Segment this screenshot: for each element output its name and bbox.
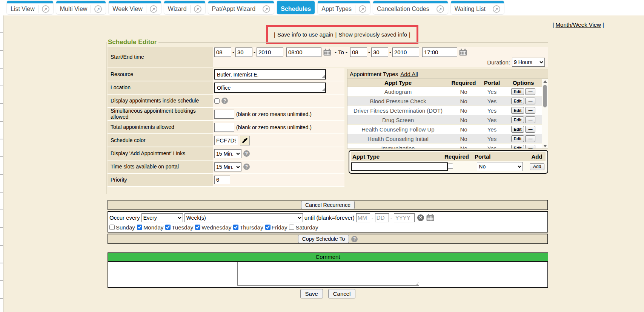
- copy-schedule-bar: Copy Schedule To ?: [108, 234, 548, 244]
- until-calendar-button[interactable]: [426, 214, 435, 221]
- new-appt-required-checkbox[interactable]: [448, 164, 453, 169]
- tab-waiting-list[interactable]: Waiting List ↗: [451, 1, 504, 14]
- cancel-recurrence-button[interactable]: Cancel Recurrence: [301, 201, 355, 209]
- tab-schedules[interactable]: Schedules ↗: [277, 1, 315, 14]
- tab-external-icon[interactable]: ↗: [194, 5, 201, 13]
- day-label: Thursday: [240, 224, 263, 231]
- add-appt-links-select[interactable]: 15 Min.: [214, 149, 241, 158]
- scrollbar-thumb[interactable]: [543, 85, 547, 107]
- col-appt-type: Appt Type: [347, 80, 449, 86]
- tab-list-view[interactable]: List View ↗: [7, 1, 53, 14]
- add-appt-type-button[interactable]: Add: [530, 163, 544, 170]
- tab-appt-types[interactable]: Appt Types ↗: [318, 1, 370, 14]
- tab-week-view[interactable]: Week View ↗: [109, 1, 161, 14]
- tab-external-icon[interactable]: ↗: [263, 5, 270, 13]
- save-info-link[interactable]: Save info to use again: [277, 31, 333, 38]
- edit-button[interactable]: Edit: [511, 116, 524, 123]
- start-month-input[interactable]: [214, 47, 231, 57]
- tab-label: Cancellation Codes: [377, 6, 429, 12]
- start-calendar-button[interactable]: [323, 49, 332, 56]
- start-year-input[interactable]: [257, 47, 283, 57]
- priority-label: Priority: [108, 174, 213, 186]
- remove-button[interactable]: —: [525, 135, 535, 142]
- tab-external-icon[interactable]: ↗: [94, 5, 102, 13]
- save-button[interactable]: Save: [300, 289, 323, 298]
- end-time-input[interactable]: [422, 47, 457, 57]
- month-week-view-link[interactable]: Month/Week View: [556, 21, 601, 28]
- edit-button[interactable]: Edit: [511, 107, 524, 114]
- tab-divider: [190, 5, 191, 13]
- highlight-box: | Save info to use again | Show previous…: [266, 25, 418, 44]
- priority-input[interactable]: [214, 176, 230, 184]
- weekday-checkbox[interactable]: [137, 225, 142, 230]
- comment-textarea[interactable]: [237, 262, 419, 286]
- tab-pat-appt-wizard[interactable]: Pat/Appt Wizard ↗: [208, 1, 274, 14]
- weekday-checkbox[interactable]: [289, 225, 294, 230]
- tab-external-icon[interactable]: ↗: [437, 5, 444, 13]
- help-icon[interactable]: ?: [351, 236, 358, 242]
- end-calendar-button[interactable]: [458, 49, 468, 56]
- clear-date-icon[interactable]: ✕: [417, 214, 424, 221]
- tab-external-icon[interactable]: ↗: [493, 5, 500, 13]
- end-month-input[interactable]: [350, 47, 367, 57]
- end-year-input[interactable]: [392, 47, 419, 57]
- remove-button[interactable]: —: [525, 98, 535, 104]
- tab-label: Multi View: [60, 6, 88, 12]
- remove-button[interactable]: —: [525, 126, 535, 133]
- tab-multi-view[interactable]: Multi View ↗: [56, 1, 106, 14]
- end-day-input[interactable]: [371, 47, 388, 57]
- weekday-checkbox[interactable]: [109, 225, 115, 230]
- duration-select[interactable]: 9 Hours: [512, 58, 545, 67]
- help-icon[interactable]: ?: [221, 98, 228, 104]
- appt-scrollbar[interactable]: [542, 79, 548, 148]
- new-appt-type-input[interactable]: [351, 162, 448, 171]
- scroll-up-arrow-icon[interactable]: [543, 80, 547, 83]
- weekday-checkbox[interactable]: [165, 225, 171, 230]
- show-saved-info-link[interactable]: Show previously saved info: [338, 31, 407, 38]
- calendar-icon: [323, 49, 331, 56]
- time-slots-select[interactable]: 15 Min.: [214, 162, 241, 171]
- edit-button[interactable]: Edit: [511, 88, 524, 95]
- tab-divider: [91, 5, 91, 13]
- new-appt-portal-select[interactable]: No: [477, 162, 523, 171]
- help-icon[interactable]: ?: [243, 164, 250, 170]
- scroll-down-arrow-icon[interactable]: [543, 145, 547, 147]
- weekday-checkbox[interactable]: [265, 225, 271, 230]
- remove-button[interactable]: —: [525, 145, 535, 149]
- tab-cancellation-codes[interactable]: Cancellation Codes ↗: [373, 1, 448, 14]
- until-day-input[interactable]: [375, 213, 389, 222]
- total-appts-input[interactable]: [214, 123, 234, 132]
- date-dash: -: [390, 214, 392, 221]
- color-picker-button[interactable]: [240, 136, 250, 145]
- tab-wizard[interactable]: Wizard ↗: [164, 1, 205, 14]
- edit-button[interactable]: Edit: [511, 135, 524, 142]
- resource-input[interactable]: [214, 69, 326, 80]
- occur-unit-select[interactable]: Week(s): [184, 213, 303, 222]
- remove-button[interactable]: —: [525, 116, 535, 123]
- cancel-button[interactable]: Cancel: [328, 289, 356, 298]
- tab-external-icon[interactable]: ↗: [42, 5, 49, 13]
- add-all-link[interactable]: Add All: [400, 71, 418, 77]
- display-appts-checkbox[interactable]: [214, 98, 220, 104]
- start-time-input[interactable]: [286, 47, 321, 57]
- edit-button[interactable]: Edit: [511, 145, 524, 149]
- edit-button[interactable]: Edit: [511, 126, 524, 133]
- tab-external-icon[interactable]: ↗: [150, 5, 157, 13]
- until-year-input[interactable]: [394, 213, 415, 222]
- copy-schedule-button[interactable]: Copy Schedule To: [298, 235, 349, 243]
- weekday-checkbox[interactable]: [195, 225, 200, 230]
- location-input[interactable]: [214, 83, 326, 93]
- simultaneous-input[interactable]: [214, 110, 234, 119]
- help-icon[interactable]: ?: [243, 150, 250, 157]
- occur-frequency-select[interactable]: Every: [141, 213, 183, 222]
- schedule-color-input[interactable]: [214, 136, 238, 145]
- legend-line: [158, 42, 548, 43]
- until-month-input[interactable]: [356, 213, 370, 222]
- remove-button[interactable]: —: [525, 107, 535, 114]
- edit-button[interactable]: Edit: [511, 98, 524, 104]
- appt-portal-value: Yes: [479, 145, 505, 149]
- weekday-checkbox[interactable]: [233, 225, 238, 230]
- start-day-input[interactable]: [235, 47, 252, 57]
- tab-external-icon[interactable]: ↗: [359, 5, 366, 13]
- remove-button[interactable]: —: [525, 88, 535, 95]
